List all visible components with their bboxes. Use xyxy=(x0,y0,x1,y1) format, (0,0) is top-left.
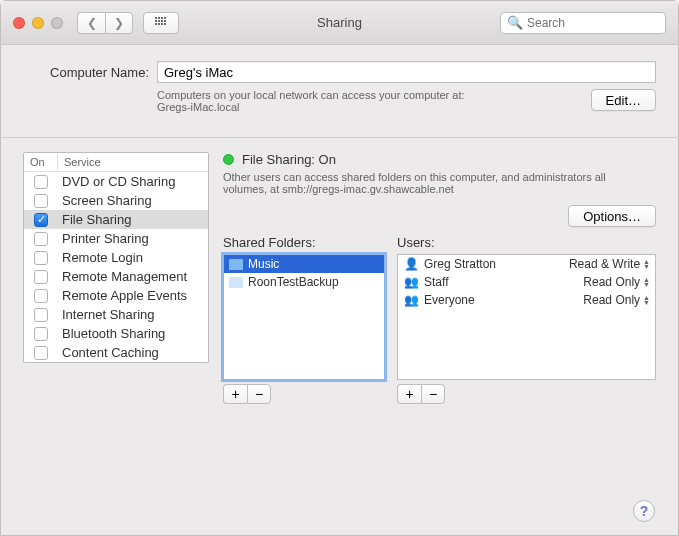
service-row[interactable]: Screen Sharing xyxy=(24,191,208,210)
service-row[interactable]: Bluetooth Sharing xyxy=(24,324,208,343)
folder-name: RoonTestBackup xyxy=(248,275,339,289)
service-row[interactable]: Remote Management xyxy=(24,267,208,286)
service-checkbox[interactable] xyxy=(34,289,48,303)
status-title: File Sharing: On xyxy=(242,152,336,167)
permission-value: Read & Write xyxy=(569,257,640,271)
users-label: Users: xyxy=(397,235,656,250)
computer-name-field[interactable] xyxy=(157,61,656,83)
remove-user-button[interactable]: − xyxy=(421,384,445,404)
service-checkbox[interactable] xyxy=(34,232,48,246)
status-indicator-icon xyxy=(223,154,234,165)
show-all-button[interactable] xyxy=(143,12,179,34)
help-button[interactable]: ? xyxy=(633,500,655,522)
service-name: DVD or CD Sharing xyxy=(58,174,175,189)
zoom-icon[interactable] xyxy=(51,17,63,29)
service-checkbox[interactable] xyxy=(34,327,48,341)
col-on[interactable]: On xyxy=(24,153,58,171)
status-description: Other users can access shared folders on… xyxy=(223,171,633,195)
service-row[interactable]: Internet Sharing xyxy=(24,305,208,324)
service-row[interactable]: Printer Sharing xyxy=(24,229,208,248)
network-hint: Computers on your local network can acce… xyxy=(157,89,465,101)
service-checkbox[interactable] xyxy=(34,194,48,208)
service-name: Content Caching xyxy=(58,345,159,360)
permission-value: Read Only xyxy=(583,275,640,289)
service-checkbox[interactable] xyxy=(34,175,48,189)
user-name: Staff xyxy=(424,275,448,289)
back-button[interactable]: ❮ xyxy=(77,12,105,34)
service-checkbox[interactable] xyxy=(34,251,48,265)
options-button[interactable]: Options… xyxy=(568,205,656,227)
user-item[interactable]: 👥EveryoneRead Only▲▼ xyxy=(398,291,655,309)
user-item[interactable]: 👥StaffRead Only▲▼ xyxy=(398,273,655,291)
search-input[interactable] xyxy=(527,16,659,30)
service-checkbox[interactable]: ✓ xyxy=(34,213,48,227)
window-controls xyxy=(13,17,63,29)
service-name: Internet Sharing xyxy=(58,307,155,322)
services-list: On Service DVD or CD SharingScreen Shari… xyxy=(23,152,209,363)
col-service[interactable]: Service xyxy=(58,153,208,171)
service-name: Bluetooth Sharing xyxy=(58,326,165,341)
folder-icon xyxy=(229,259,243,270)
user-icon: 👤 xyxy=(403,257,419,271)
user-name: Everyone xyxy=(424,293,475,307)
service-row[interactable]: ✓File Sharing xyxy=(24,210,208,229)
search-icon: 🔍 xyxy=(507,15,523,30)
remove-folder-button[interactable]: − xyxy=(247,384,271,404)
permission-value: Read Only xyxy=(583,293,640,307)
service-name: Remote Apple Events xyxy=(58,288,187,303)
nav-segment: ❮ ❯ xyxy=(77,12,133,34)
add-folder-button[interactable]: + xyxy=(223,384,247,404)
add-user-button[interactable]: + xyxy=(397,384,421,404)
titlebar: ❮ ❯ Sharing 🔍 xyxy=(1,1,678,45)
shared-folders-list[interactable]: MusicRoonTestBackup xyxy=(223,254,385,380)
permission-stepper[interactable]: ▲▼ xyxy=(643,277,650,287)
service-row[interactable]: DVD or CD Sharing xyxy=(24,172,208,191)
network-address: Gregs-iMac.local xyxy=(157,101,240,113)
service-name: Remote Management xyxy=(58,269,187,284)
group-icon: 👥 xyxy=(403,293,419,307)
service-name: Remote Login xyxy=(58,250,143,265)
forward-button[interactable]: ❯ xyxy=(105,12,133,34)
user-name: Greg Stratton xyxy=(424,257,496,271)
close-icon[interactable] xyxy=(13,17,25,29)
service-row[interactable]: Content Caching xyxy=(24,343,208,362)
folder-item[interactable]: RoonTestBackup xyxy=(224,273,384,291)
minimize-icon[interactable] xyxy=(32,17,44,29)
shared-folders-label: Shared Folders: xyxy=(223,235,385,250)
service-name: Printer Sharing xyxy=(58,231,149,246)
permission-stepper[interactable]: ▲▼ xyxy=(643,295,650,305)
folder-name: Music xyxy=(248,257,279,271)
users-list[interactable]: 👤Greg StrattonRead & Write▲▼👥StaffRead O… xyxy=(397,254,656,380)
computer-name-label: Computer Name: xyxy=(23,65,149,80)
grid-icon xyxy=(155,17,167,29)
folder-icon xyxy=(229,277,243,288)
folder-item[interactable]: Music xyxy=(224,255,384,273)
user-item[interactable]: 👤Greg StrattonRead & Write▲▼ xyxy=(398,255,655,273)
service-name: Screen Sharing xyxy=(58,193,152,208)
service-checkbox[interactable] xyxy=(34,346,48,360)
service-checkbox[interactable] xyxy=(34,270,48,284)
service-checkbox[interactable] xyxy=(34,308,48,322)
permission-stepper[interactable]: ▲▼ xyxy=(643,259,650,269)
search-field[interactable]: 🔍 xyxy=(500,12,666,34)
group-icon: 👥 xyxy=(403,275,419,289)
edit-button[interactable]: Edit… xyxy=(591,89,656,111)
service-row[interactable]: Remote Login xyxy=(24,248,208,267)
service-name: File Sharing xyxy=(58,212,131,227)
service-row[interactable]: Remote Apple Events xyxy=(24,286,208,305)
